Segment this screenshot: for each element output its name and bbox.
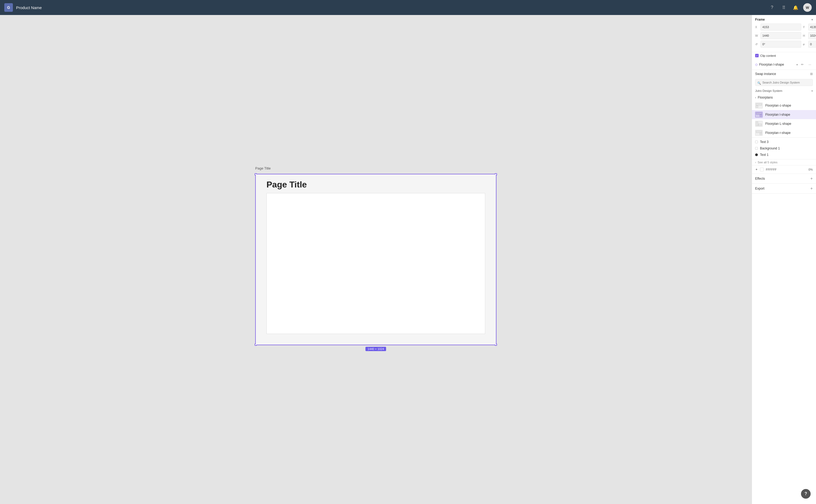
component-header: ◇ Floorplan l-shape ▾ ✏ ··· (752, 59, 816, 70)
floorplan-item-rshape[interactable]: Floorplan r-shape (752, 128, 816, 137)
rotate-row: ↺ ⌀ ⤢ (755, 41, 813, 48)
design-system-label: Jutro Design System (755, 89, 782, 92)
swap-instance-panel: Swap instance ⊞ 🔍 Jutro Design System ▾ … (752, 70, 816, 138)
layer-item-text1[interactable]: Text 1 (752, 152, 816, 158)
floorplans-header: ‹ Floorplans (752, 94, 816, 101)
component-icon: ◇ (755, 63, 758, 66)
floorplan-thumb-cshape (755, 103, 763, 108)
frame-size-badge: 1440 × 1024 (365, 347, 386, 351)
back-chevron-icon[interactable]: ‹ (755, 96, 756, 99)
effects-section: Effects + (752, 174, 816, 184)
rotate-input[interactable] (761, 41, 801, 48)
effects-label: Effects (755, 177, 765, 180)
floorplan-item-Lshape[interactable]: Floorplan L-shape (752, 119, 816, 128)
swap-instance-title: Swap instance (755, 72, 776, 76)
frame-label: Page Title (255, 166, 271, 170)
add-export-btn[interactable]: + (810, 186, 813, 191)
help-button[interactable]: ? (801, 489, 811, 499)
floorplan-item-lshape-lower[interactable]: Floorplan l-shape (752, 110, 816, 119)
floorplan-label-rshape: Floorplan r-shape (765, 131, 791, 135)
right-panel: Frame ▾ X Y W H ⛓ ↺ ⌀ ⤢ (752, 15, 816, 504)
search-input[interactable] (755, 79, 813, 86)
layer-dot-background1 (755, 147, 758, 150)
floorplan-thumb-lshape-lower (755, 112, 763, 118)
export-section: Export + (752, 184, 816, 194)
grid-view-icon[interactable]: ⊞ (810, 72, 813, 76)
design-system-chevron[interactable]: ▾ (811, 89, 813, 92)
navbar-logo: G (4, 3, 13, 12)
canvas-frame-wrapper: Page Title Page Title 1440 × 1024 (255, 174, 496, 345)
frame-section-title: Frame (755, 18, 765, 21)
design-system-row: Jutro Design System ▾ (752, 88, 816, 94)
more-options-btn[interactable]: ··· (807, 62, 813, 67)
layer-label-text3: Text 3 (760, 140, 769, 144)
navbar: G Product Name ? ⠿ 🔔 W (0, 0, 816, 15)
layer-label-background1: Background 1 (760, 146, 780, 150)
search-icon: 🔍 (757, 81, 761, 85)
notification-icon[interactable]: 🔔 (791, 3, 800, 12)
search-row: 🔍 (752, 78, 816, 88)
fill-color-swatch[interactable] (760, 168, 764, 171)
swap-instance-header: Swap instance ⊞ (752, 70, 816, 78)
layers-section: Text 3 Background 1 Text 1 (752, 138, 816, 159)
xy-row: X Y (755, 24, 813, 31)
x-input[interactable] (761, 24, 801, 31)
y-label: Y (803, 25, 807, 29)
layer-item-text3[interactable]: Text 3 (752, 139, 816, 145)
fill-opacity-value: 0% (809, 168, 813, 171)
w-input[interactable] (761, 32, 801, 39)
add-effect-btn[interactable]: + (810, 176, 813, 181)
navbar-title: Product Name (16, 5, 42, 10)
floorplan-thumb-rshape (755, 130, 763, 136)
canvas-area[interactable]: Page Title Page Title 1440 × 1024 (0, 15, 752, 504)
fill-hex-value: FFFFFF (766, 168, 806, 171)
main-layout: Page Title Page Title 1440 × 1024 Frame … (0, 15, 816, 504)
floorplan-label-Lshape: Floorplan L-shape (765, 122, 791, 126)
frame-section-header: Frame ▾ (755, 18, 813, 21)
floorplan-item-cshape[interactable]: Floorplan c-shape (752, 101, 816, 110)
h-input[interactable] (808, 32, 816, 39)
export-label: Export (755, 187, 765, 190)
inner-frame (267, 193, 485, 334)
avatar[interactable]: W (803, 3, 812, 12)
fill-swatch-icon: ✦ (755, 168, 758, 171)
corner-input[interactable] (808, 41, 816, 48)
layer-item-background1[interactable]: Background 1 (752, 145, 816, 152)
w-label: W (755, 34, 759, 37)
see-all-styles-row[interactable]: › See all 5 styles (752, 159, 816, 166)
see-all-label: See all 5 styles (758, 161, 777, 164)
page-title: Page Title (267, 180, 307, 190)
layer-dot-text1 (755, 153, 758, 156)
floorplan-thumb-Lshape (755, 121, 763, 127)
see-all-chevron-icon: › (755, 161, 756, 164)
frame-content: Page Title (256, 174, 496, 345)
component-chevron[interactable]: ▾ (796, 63, 798, 66)
y-input[interactable] (808, 24, 816, 31)
wh-row: W H ⛓ (755, 32, 813, 39)
frame-properties-section: Frame ▾ X Y W H ⛓ ↺ ⌀ ⤢ (752, 15, 816, 52)
canvas-frame: Page Title 1440 × 1024 (255, 174, 496, 345)
clip-content-row: ✓ Clip content (752, 52, 816, 59)
clip-content-label: Clip content (760, 54, 776, 57)
clip-content-checkbox[interactable]: ✓ (755, 54, 759, 57)
rotate-label: ↺ (755, 43, 759, 46)
layer-dot-text3 (755, 141, 758, 143)
edit-component-btn[interactable]: ✏ (799, 62, 805, 67)
corner-label: ⌀ (803, 43, 807, 46)
floorplans-label: Floorplans (758, 96, 773, 99)
floorplan-label-cshape: Floorplan c-shape (765, 104, 791, 107)
grid-apps-icon[interactable]: ⠿ (780, 3, 788, 12)
component-name: Floorplan l-shape (759, 63, 795, 66)
fill-row: ✦ FFFFFF 0% (752, 166, 816, 174)
x-label: X (755, 25, 759, 29)
h-label: H (803, 34, 807, 37)
floorplan-label-lshape-lower: Floorplan l-shape (765, 113, 790, 116)
layer-label-text1: Text 1 (760, 153, 769, 157)
help-icon[interactable]: ? (768, 3, 776, 12)
frame-section-chevron[interactable]: ▾ (811, 18, 813, 21)
